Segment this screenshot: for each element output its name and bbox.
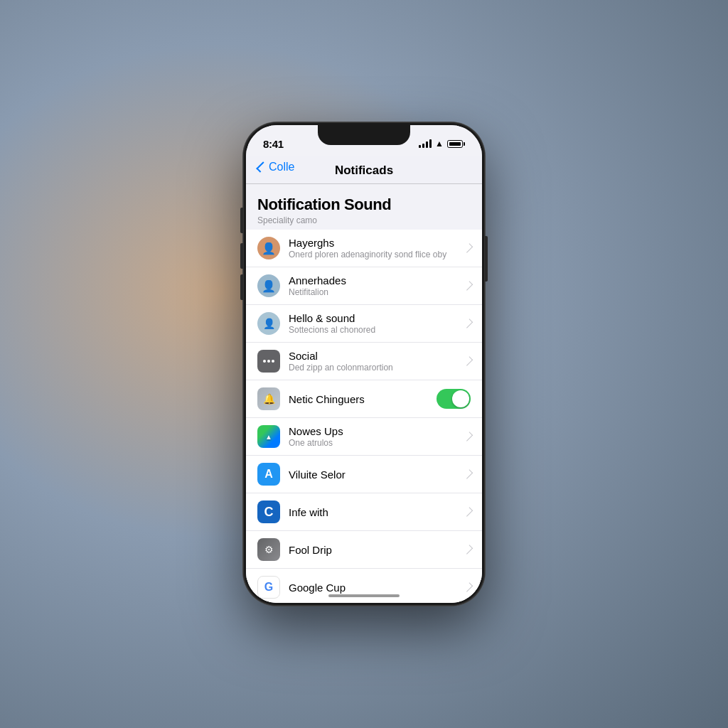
item-right bbox=[466, 244, 471, 252]
app-icon-hello-sound: 👤 bbox=[257, 312, 280, 335]
app-icon-viluite: A bbox=[257, 463, 280, 486]
list-item[interactable]: 👤 Hayerghs Onerd ploren adenaginority so… bbox=[246, 230, 482, 267]
phone-screen: 8:41 ▲ Colle bbox=[246, 125, 482, 603]
item-title: Netic Chinguers bbox=[289, 393, 437, 405]
notch bbox=[318, 125, 410, 145]
list-item[interactable]: 👤 Annerhades Netifitalion bbox=[246, 267, 482, 305]
section-title: Notification Sound bbox=[257, 196, 471, 214]
item-content-nowes: Nowes Ups One atrulos bbox=[289, 425, 466, 448]
item-content-fool: Fool Drip bbox=[289, 544, 466, 556]
app-icon-maps: ▲ bbox=[257, 425, 280, 448]
status-time: 8:41 bbox=[263, 138, 284, 150]
notification-list: 👤 Hayerghs Onerd ploren adenaginority so… bbox=[246, 230, 482, 603]
item-subtitle: Onerd ploren adenaginority sond flice ob… bbox=[289, 250, 466, 259]
app-icon-infe: C bbox=[257, 500, 280, 523]
item-subtitle: Ded zipp an colonmarortion bbox=[289, 363, 466, 373]
item-right bbox=[466, 282, 471, 290]
item-content-social: Social Ded zipp an colonmarortion bbox=[289, 350, 466, 373]
list-item[interactable]: G Google Cup bbox=[246, 569, 482, 603]
home-indicator[interactable] bbox=[328, 594, 400, 597]
navigation-bar: Colle Notificads bbox=[246, 156, 482, 184]
item-title: Hayerghs bbox=[289, 237, 466, 249]
item-content-google: Google Cup bbox=[289, 582, 466, 594]
app-icon-annerhades: 👤 bbox=[257, 274, 280, 297]
section-subtitle: Speciality camo bbox=[257, 215, 471, 225]
item-right bbox=[437, 389, 471, 409]
signal-icon bbox=[419, 139, 432, 148]
battery-icon bbox=[447, 140, 465, 148]
item-title: Google Cup bbox=[289, 582, 466, 594]
app-icon-social bbox=[257, 350, 280, 373]
scroll-content[interactable]: Colle Notificads Notification Sound Spec… bbox=[246, 156, 482, 603]
list-item[interactable]: A Viluite Selor bbox=[246, 456, 482, 493]
app-icon-hayerghs: 👤 bbox=[257, 237, 280, 259]
item-content-hello-sound: Hello & sound Sottecions al chonored bbox=[289, 312, 466, 335]
section-header: Notification Sound Speciality camo bbox=[246, 184, 482, 230]
toggle-knob bbox=[452, 390, 469, 407]
item-title: Infe with bbox=[289, 506, 466, 518]
item-content-netic: Netic Chinguers bbox=[289, 393, 437, 405]
list-item[interactable]: ⚙ Fool Drip bbox=[246, 531, 482, 569]
item-subtitle: Netifitalion bbox=[289, 287, 466, 297]
item-content-infe: Infe with bbox=[289, 506, 466, 518]
list-item[interactable]: ▲ Nowes Ups One atrulos bbox=[246, 418, 482, 456]
list-item[interactable]: 🔔 Netic Chinguers bbox=[246, 380, 482, 418]
item-right bbox=[466, 319, 471, 328]
item-title: Hello & sound bbox=[289, 312, 466, 324]
item-title: Viluite Selor bbox=[289, 469, 466, 481]
item-subtitle: Sottecions al chonored bbox=[289, 325, 466, 335]
item-content-viluite: Viluite Selor bbox=[289, 469, 466, 481]
dots-icon bbox=[263, 360, 274, 363]
list-item[interactable]: Social Ded zipp an colonmarortion bbox=[246, 343, 482, 380]
list-item[interactable]: C Infe with bbox=[246, 493, 482, 531]
item-subtitle: One atrulos bbox=[289, 438, 466, 448]
item-right bbox=[466, 357, 471, 365]
wifi-icon: ▲ bbox=[435, 139, 444, 149]
maps-label: ▲ bbox=[265, 433, 272, 441]
item-content-annerhades: Annerhades Netifitalion bbox=[289, 274, 466, 297]
google-g-letter: G bbox=[264, 581, 273, 594]
item-right bbox=[466, 508, 471, 516]
back-label: Colle bbox=[269, 161, 294, 173]
item-title: Fool Drip bbox=[289, 544, 466, 556]
item-right bbox=[466, 545, 471, 554]
status-icons: ▲ bbox=[419, 139, 465, 149]
toggle-netic[interactable] bbox=[437, 389, 471, 409]
item-title: Annerhades bbox=[289, 274, 466, 287]
list-item[interactable]: 👤 Hello & sound Sottecions al chonored bbox=[246, 305, 482, 343]
app-icon-fool: ⚙ bbox=[257, 538, 280, 561]
phone-device: 8:41 ▲ Colle bbox=[243, 122, 485, 606]
item-title: Nowes Ups bbox=[289, 425, 466, 437]
item-right bbox=[466, 583, 471, 592]
item-right bbox=[466, 432, 471, 441]
phone-wrapper: 8:41 ▲ Colle bbox=[243, 122, 485, 606]
app-icon-google: G bbox=[257, 576, 280, 599]
item-right bbox=[466, 470, 471, 478]
item-title: Social bbox=[289, 350, 466, 362]
app-icon-netic: 🔔 bbox=[257, 387, 280, 410]
item-content-hayerghs: Hayerghs Onerd ploren adenaginority sond… bbox=[289, 237, 466, 259]
